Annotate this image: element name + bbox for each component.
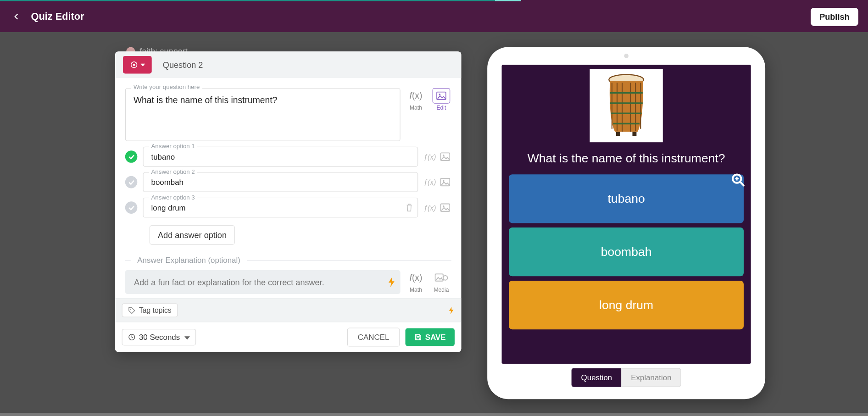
preview-device: What is the name of this instrument? tub… — [487, 47, 765, 399]
svg-point-3 — [439, 94, 441, 95]
svg-point-5 — [443, 155, 445, 156]
time-limit-selector[interactable]: 30 Seconds — [122, 329, 196, 345]
svg-point-11 — [443, 276, 448, 280]
page-title: Quiz Editor — [31, 11, 84, 22]
device-camera-dot — [624, 54, 629, 58]
back-button[interactable] — [10, 10, 23, 23]
option-math-button[interactable]: ƒ(x) — [423, 178, 434, 186]
add-answer-option-button[interactable]: Add answer option — [150, 225, 235, 244]
option-math-button[interactable]: ƒ(x) — [423, 153, 434, 161]
media-icon — [433, 270, 451, 286]
save-button[interactable]: SAVE — [405, 328, 455, 346]
tag-topics-button[interactable]: Tag topics — [122, 303, 178, 317]
answer-option-field[interactable]: Answer option 2 — [143, 172, 418, 192]
function-icon: f(x) — [407, 270, 425, 286]
preview-answers: tubano boombah long drum — [509, 174, 744, 329]
zoom-image-button[interactable] — [731, 173, 745, 187]
chevron-down-icon — [141, 63, 145, 66]
option-image-button[interactable] — [440, 203, 451, 212]
option-image-button[interactable] — [440, 177, 451, 186]
save-icon — [414, 333, 422, 341]
edit-media-button[interactable]: Edit — [431, 88, 451, 111]
question-text-input[interactable] — [132, 94, 393, 133]
trash-icon — [406, 203, 413, 212]
mark-correct-toggle[interactable] — [125, 201, 138, 214]
image-icon — [440, 177, 451, 186]
mark-correct-toggle[interactable] — [125, 176, 138, 189]
answer-option-row: Answer option 2 ƒ(x) — [125, 172, 451, 192]
clock-icon — [128, 333, 136, 341]
explanation-media-button[interactable]: Media — [431, 270, 451, 293]
question-text-field[interactable]: Write your question here — [125, 88, 401, 141]
drum-icon — [599, 72, 654, 139]
question-number: Question 2 — [163, 60, 203, 70]
mark-correct-toggle[interactable] — [125, 150, 138, 163]
option-image-button[interactable] — [440, 152, 451, 161]
explanation-input[interactable] — [133, 277, 378, 288]
image-icon — [440, 152, 451, 161]
tab-explanation[interactable]: Explanation — [622, 368, 681, 387]
svg-point-9 — [443, 205, 445, 207]
answer-option-input[interactable] — [150, 203, 401, 213]
modal-backdrop: faith; support Question 2 Write your que… — [0, 32, 868, 412]
delete-option-button[interactable] — [406, 203, 413, 212]
svg-rect-15 — [616, 132, 620, 136]
option-math-button[interactable]: ƒ(x) — [423, 204, 434, 212]
explanation-field[interactable] — [125, 270, 401, 294]
question-field-legend: Write your question here — [131, 83, 202, 90]
explanation-math-button[interactable]: f(x) Math — [406, 270, 426, 293]
editor-footer: 30 Seconds CANCEL SAVE — [115, 322, 461, 352]
answer-option-row: Answer option 1 ƒ(x) — [125, 147, 451, 166]
bolt-icon — [387, 277, 396, 288]
bolt-icon — [448, 306, 454, 315]
svg-point-1 — [133, 64, 135, 66]
check-icon — [128, 178, 135, 186]
math-editor-button[interactable]: f(x) Math — [406, 88, 426, 111]
editor-header: Question 2 — [115, 51, 461, 78]
publish-button[interactable]: Publish — [811, 7, 858, 26]
ai-tag-button[interactable] — [448, 306, 454, 315]
svg-rect-16 — [632, 132, 636, 136]
answer-option-input[interactable] — [150, 177, 401, 187]
chevron-left-icon — [13, 13, 21, 21]
tab-question[interactable]: Question — [572, 368, 622, 387]
preview-answer: long drum — [509, 281, 744, 329]
check-icon — [128, 204, 135, 211]
preview-question-text: What is the name of this instrument? — [528, 151, 725, 166]
zoom-in-icon — [731, 173, 745, 187]
image-icon — [433, 88, 451, 104]
svg-point-7 — [443, 180, 445, 182]
answer-option-row: Answer option 3 ƒ(x) — [125, 198, 451, 217]
svg-line-18 — [740, 182, 744, 186]
preview-screen: What is the name of this instrument? tub… — [502, 65, 751, 364]
check-icon — [128, 153, 135, 161]
preview-tabs: Question Explanation — [502, 368, 751, 387]
svg-point-12 — [130, 309, 131, 310]
answer-option-input[interactable] — [150, 152, 401, 162]
top-bar: Quiz Editor Publish — [0, 0, 868, 32]
answer-option-field[interactable]: Answer option 3 — [143, 198, 418, 217]
tag-topics-bar: Tag topics — [115, 299, 461, 322]
question-type-selector[interactable] — [123, 56, 152, 74]
question-editor-card: Question 2 Write your question here f(x)… — [115, 51, 461, 352]
tag-icon — [128, 306, 136, 314]
image-icon — [440, 203, 451, 212]
question-image — [590, 69, 662, 142]
function-icon: f(x) — [407, 88, 425, 104]
ai-suggest-button[interactable] — [387, 277, 396, 288]
target-icon — [129, 61, 138, 69]
cancel-button[interactable]: CANCEL — [347, 328, 400, 347]
explanation-divider: Answer Explanation (optional) — [125, 256, 451, 265]
preview-answer: boombah — [509, 227, 744, 276]
preview-answer: tubano — [509, 174, 744, 223]
answer-option-field[interactable]: Answer option 1 — [143, 147, 418, 166]
